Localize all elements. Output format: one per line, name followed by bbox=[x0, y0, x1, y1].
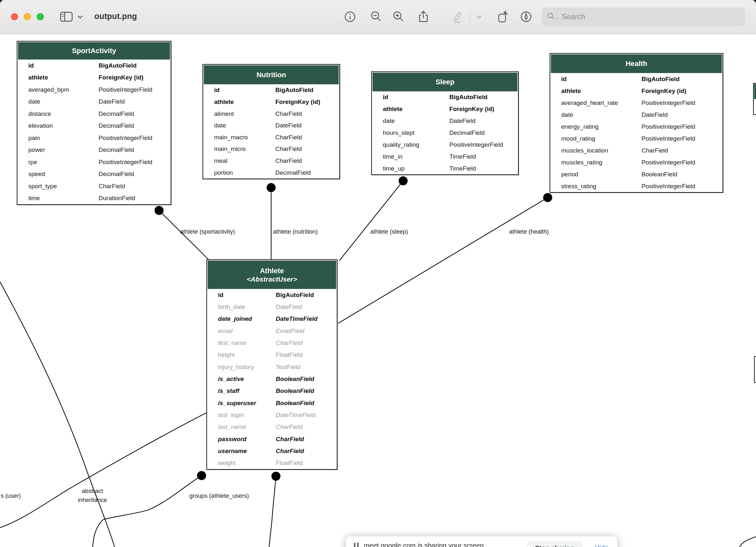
field-type: CharField bbox=[642, 147, 668, 154]
edge-label: abstractinheritance bbox=[78, 486, 107, 505]
field-type: DateField bbox=[276, 303, 302, 310]
field-type: DateTimeField bbox=[276, 411, 316, 419]
table-field-row: dateDateField bbox=[372, 115, 518, 127]
table-field-row: speedDecimalField bbox=[17, 168, 171, 181]
table-rows: idBigAutoFieldathleteForeignKey (id)alim… bbox=[203, 84, 339, 179]
field-name: speed bbox=[28, 171, 45, 178]
table-header: Athlete<AbstractUser> bbox=[208, 261, 336, 289]
clipped-table bbox=[753, 83, 756, 115]
field-name: quality_rating bbox=[383, 141, 419, 148]
field-type: PositiveIntegerField bbox=[642, 135, 695, 142]
edge-label: athlete (nutrition) bbox=[273, 227, 318, 236]
stop-sharing-button[interactable]: Stop sharing bbox=[527, 541, 583, 547]
table-rows: idBigAutoFieldbirth_dateDateFielddate_jo… bbox=[207, 289, 337, 469]
screen-share-banner: meet.google.com is sharing your screen. … bbox=[346, 536, 617, 547]
table-field-row: muscles_locationCharField bbox=[550, 145, 723, 156]
table-field-row: is_activeBooleanField bbox=[207, 373, 337, 385]
table-field-row: averaged_heart_ratePositiveIntegerField bbox=[550, 97, 723, 109]
field-type: PositiveIntegerField bbox=[449, 141, 503, 148]
field-type: FloatField bbox=[276, 459, 303, 467]
edge-label: athlete (sleep) bbox=[370, 227, 408, 236]
table-field-row: first_nameCharField bbox=[207, 337, 337, 349]
table-header bbox=[754, 84, 756, 99]
edge-line bbox=[740, 537, 756, 547]
table-field-row: is_superuserBooleanField bbox=[207, 397, 337, 409]
field-name: elevation bbox=[28, 122, 53, 129]
field-type: PositiveIntegerField bbox=[642, 99, 695, 107]
table-rows: idBigAutoFieldathleteForeignKey (id)aver… bbox=[550, 73, 723, 192]
field-name: is_active bbox=[218, 375, 244, 382]
edge-dot bbox=[267, 183, 276, 192]
field-type: PositiveIntegerField bbox=[99, 135, 152, 142]
table-field-row: muscles_ratingPositiveIntegerField bbox=[550, 156, 723, 168]
field-type: ForeignKey (id) bbox=[449, 106, 494, 113]
field-type: BigAutoField bbox=[642, 76, 680, 83]
field-name: height bbox=[218, 351, 235, 358]
table-title: SportActivity bbox=[18, 46, 170, 55]
table-field-row: idBigAutoField bbox=[550, 73, 723, 85]
edge-line bbox=[93, 476, 202, 547]
table-field-row: birth_dateDateField bbox=[207, 301, 337, 313]
field-type: BooleanField bbox=[276, 387, 314, 394]
pause-icon[interactable] bbox=[354, 543, 359, 547]
table-field-row: timeDurationField bbox=[17, 193, 171, 205]
field-type: DateField bbox=[99, 98, 125, 105]
field-type: BooleanField bbox=[276, 375, 314, 382]
field-name: main_micro bbox=[214, 146, 246, 153]
table-field-row: last_loginDateTimeField bbox=[207, 409, 337, 421]
field-name: pain bbox=[28, 135, 40, 142]
field-name: date bbox=[214, 122, 226, 129]
field-type: PositiveIntegerField bbox=[642, 123, 695, 130]
table-field-row: alimentCharField bbox=[203, 108, 339, 120]
table-title: Health bbox=[551, 59, 722, 68]
table-field-row: dateDateField bbox=[203, 120, 339, 132]
table-header: Health bbox=[551, 54, 722, 73]
table-field-row: painPositiveIntegerField bbox=[17, 132, 171, 144]
edge-dot bbox=[543, 193, 552, 202]
field-name: date bbox=[561, 111, 573, 118]
table-field-row: weightFloatField bbox=[207, 457, 337, 469]
table-field-row: last_nameCharField bbox=[207, 421, 337, 433]
edge-dot bbox=[271, 472, 280, 481]
field-type: CharField bbox=[275, 157, 302, 165]
field-name: athlete bbox=[28, 74, 48, 81]
field-name: id bbox=[561, 76, 567, 83]
field-name: distance bbox=[28, 110, 51, 118]
table-stereotype: <AbstractUser> bbox=[208, 275, 336, 283]
table-field-row: periodBooleanField bbox=[550, 168, 723, 180]
table-field-row: main_macroCharField bbox=[203, 132, 339, 144]
field-name: date bbox=[28, 98, 40, 105]
field-name: id bbox=[383, 94, 388, 101]
field-type: CharField bbox=[276, 448, 304, 455]
field-type: DecimalField bbox=[275, 169, 311, 176]
field-type: ForeignKey (id) bbox=[642, 88, 686, 95]
field-name: meal bbox=[214, 157, 227, 165]
field-name: athlete bbox=[214, 99, 234, 106]
table-field-row: idBigAutoField bbox=[203, 84, 339, 96]
hide-button[interactable]: Hide bbox=[595, 544, 608, 547]
field-name: portion bbox=[214, 169, 233, 176]
table-field-row: emailEmailField bbox=[207, 325, 337, 337]
field-name: energy_rating bbox=[561, 123, 599, 130]
table-field-row: sport_typeCharField bbox=[17, 180, 171, 193]
field-name: weight bbox=[218, 459, 236, 467]
field-type: BigAutoField bbox=[99, 62, 137, 69]
field-name: last_login bbox=[218, 411, 244, 419]
table-field-row: athleteForeignKey (id) bbox=[550, 85, 723, 97]
table-title: Nutrition bbox=[204, 71, 339, 80]
table-header: SportActivity bbox=[18, 42, 170, 60]
table-header: Sleep bbox=[373, 73, 517, 91]
table-field-row: usernameCharField bbox=[207, 445, 337, 457]
edge-line bbox=[339, 181, 403, 261]
field-type: CharField bbox=[276, 423, 302, 430]
field-type: BooleanField bbox=[642, 171, 677, 178]
field-type: DurationField bbox=[99, 195, 135, 202]
field-name: stress_rating bbox=[561, 183, 596, 190]
table-field-row: injury_historyTextField bbox=[207, 361, 337, 373]
field-type: PositiveIntegerField bbox=[99, 159, 152, 166]
field-type: EmailField bbox=[276, 327, 305, 335]
field-name: rpe bbox=[28, 159, 37, 166]
model-table-sportactivity: SportActivityidBigAutoFieldathleteForeig… bbox=[17, 41, 171, 205]
edge-label: groups (athlete_users) bbox=[189, 491, 249, 500]
field-type: TimeField bbox=[449, 165, 476, 172]
